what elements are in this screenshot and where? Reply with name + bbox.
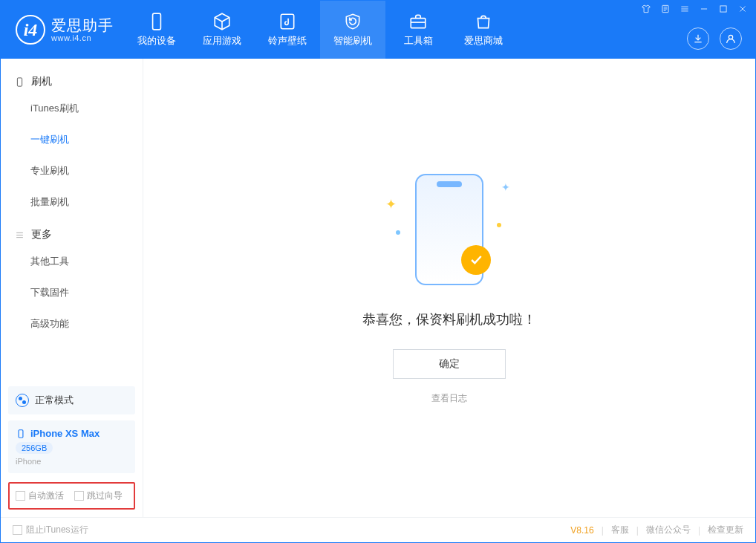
wechat-link[interactable]: 微信公众号 xyxy=(646,524,691,536)
app-window: i4 爱思助手 www.i4.cn 我的设备 应用游戏 铃声壁纸 智能刷机 xyxy=(0,0,756,543)
skin-button[interactable] xyxy=(641,4,651,14)
nav-mydevice[interactable]: 我的设备 xyxy=(124,1,189,59)
header-actions xyxy=(687,27,742,50)
main-content: ✦ ✦ 恭喜您，保资料刷机成功啦！ 确定 查看日志 xyxy=(143,59,755,517)
nav-apps-label: 应用游戏 xyxy=(203,34,241,48)
header: i4 爱思助手 www.i4.cn 我的设备 应用游戏 铃声壁纸 智能刷机 xyxy=(1,1,755,59)
shirt-icon xyxy=(641,4,651,14)
logo: i4 爱思助手 www.i4.cn xyxy=(1,1,124,59)
phone-icon xyxy=(147,12,166,31)
sidebar-item-other-tools[interactable]: 其他工具 xyxy=(30,246,143,277)
svg-rect-2 xyxy=(411,19,426,28)
device-capacity: 256GB xyxy=(16,442,53,454)
success-title: 恭喜您，保资料刷机成功啦！ xyxy=(362,310,536,328)
maximize-button[interactable] xyxy=(718,4,729,14)
svg-point-3 xyxy=(729,35,732,39)
window-controls xyxy=(641,4,748,14)
nav-toolbox-label: 工具箱 xyxy=(404,34,433,48)
user-button[interactable] xyxy=(720,27,742,50)
sidebar-section-more-label: 更多 xyxy=(31,228,52,241)
sidebar-item-itunes-flash[interactable]: iTunes刷机 xyxy=(30,93,143,124)
svg-rect-6 xyxy=(17,77,22,85)
check-update-link[interactable]: 检查更新 xyxy=(708,524,743,536)
footer: 阻止iTunes运行 V8.16 | 客服 | 微信公众号 | 检查更新 xyxy=(1,517,755,542)
sidebar-item-advanced[interactable]: 高级功能 xyxy=(30,308,143,339)
device-type: iPhone xyxy=(16,457,128,466)
checkbox-skip-guide[interactable]: 跳过向导 xyxy=(74,490,123,502)
device-mode-label: 正常模式 xyxy=(35,394,74,407)
nav-mydevice-label: 我的设备 xyxy=(137,34,176,48)
svg-rect-7 xyxy=(19,429,23,438)
nav-ringtone-label: 铃声壁纸 xyxy=(268,34,307,48)
nav-store[interactable]: 爱思商城 xyxy=(451,1,516,59)
list-icon xyxy=(14,230,25,241)
menu-icon xyxy=(680,4,690,14)
checkbox-block-itunes[interactable]: 阻止iTunes运行 xyxy=(13,524,88,536)
checkbox-block-itunes-label: 阻止iTunes运行 xyxy=(26,524,88,536)
nav-toolbox[interactable]: 工具箱 xyxy=(385,1,451,59)
toolbox-icon xyxy=(408,12,428,31)
close-button[interactable] xyxy=(737,4,748,14)
sidebar: 刷机 iTunes刷机 一键刷机 专业刷机 批量刷机 更多 其他工具 下载固件 … xyxy=(1,59,143,517)
app-title: 爱思助手 xyxy=(51,17,114,33)
checkbox-icon xyxy=(74,491,84,501)
device-icon xyxy=(14,77,25,88)
svg-rect-5 xyxy=(720,6,726,12)
maximize-icon xyxy=(718,4,729,14)
note-icon xyxy=(660,4,671,14)
sidebar-section-flash-label: 刷机 xyxy=(31,75,52,88)
dot-icon xyxy=(497,223,501,227)
download-icon xyxy=(692,33,704,45)
minimize-button[interactable] xyxy=(699,4,709,14)
view-log-link[interactable]: 查看日志 xyxy=(431,392,467,405)
sparkle-icon: ✦ xyxy=(385,196,397,212)
svg-rect-0 xyxy=(153,13,161,30)
sparkle-icon: ✦ xyxy=(501,181,510,193)
highlighted-checkbox-row: 自动激活 跳过向导 xyxy=(8,482,135,510)
nav-flash[interactable]: 智能刷机 xyxy=(320,1,385,59)
nav-flash-label: 智能刷机 xyxy=(333,34,372,48)
checkbox-skip-guide-label: 跳过向导 xyxy=(87,490,123,502)
bag-icon xyxy=(474,12,493,31)
close-icon xyxy=(737,4,748,14)
app-subtitle: www.i4.cn xyxy=(51,33,114,42)
svg-rect-1 xyxy=(281,14,293,29)
logo-icon: i4 xyxy=(16,15,45,45)
footer-links: V8.16 | 客服 | 微信公众号 | 检查更新 xyxy=(570,524,743,536)
music-icon xyxy=(278,12,297,31)
check-badge-icon xyxy=(461,245,491,275)
device-name: iPhone XS Max xyxy=(30,428,100,439)
sidebar-item-pro-flash[interactable]: 专业刷机 xyxy=(30,155,143,186)
sidebar-section-flash: 刷机 xyxy=(1,65,143,93)
body: 刷机 iTunes刷机 一键刷机 专业刷机 批量刷机 更多 其他工具 下载固件 … xyxy=(1,59,755,517)
checkbox-auto-activate[interactable]: 自动激活 xyxy=(16,490,64,502)
support-link[interactable]: 客服 xyxy=(611,524,629,536)
refresh-shield-icon xyxy=(343,12,362,31)
sidebar-section-more: 更多 xyxy=(1,218,143,246)
success-illustration: ✦ ✦ xyxy=(375,171,524,290)
device-info-card[interactable]: iPhone XS Max 256GB iPhone xyxy=(8,420,135,473)
nav-store-label: 爱思商城 xyxy=(464,34,503,48)
user-icon xyxy=(725,33,737,45)
sidebar-item-download-firmware[interactable]: 下载固件 xyxy=(30,277,143,308)
sidebar-item-batch-flash[interactable]: 批量刷机 xyxy=(30,186,143,218)
top-nav: 我的设备 应用游戏 铃声壁纸 智能刷机 工具箱 爱思商城 xyxy=(124,1,516,59)
phone-small-icon xyxy=(16,429,26,439)
device-mode-card[interactable]: 正常模式 xyxy=(8,386,135,414)
nav-ringtone[interactable]: 铃声壁纸 xyxy=(255,1,320,59)
checkbox-auto-activate-label: 自动激活 xyxy=(28,490,64,502)
version-label: V8.16 xyxy=(570,525,593,536)
feedback-button[interactable] xyxy=(660,4,671,14)
checkbox-icon xyxy=(16,491,25,501)
menu-button[interactable] xyxy=(680,4,690,14)
sidebar-bottom: 正常模式 iPhone XS Max 256GB iPhone 自动激活 跳过向… xyxy=(1,380,143,517)
download-button[interactable] xyxy=(687,27,709,50)
minimize-icon xyxy=(699,4,709,14)
confirm-button[interactable]: 确定 xyxy=(393,349,506,379)
nav-apps[interactable]: 应用游戏 xyxy=(189,1,255,59)
mode-icon xyxy=(16,394,29,407)
cube-icon xyxy=(212,12,232,31)
checkbox-icon xyxy=(13,525,22,535)
sidebar-item-oneclick-flash[interactable]: 一键刷机 xyxy=(30,124,143,155)
dot-icon xyxy=(396,230,400,235)
